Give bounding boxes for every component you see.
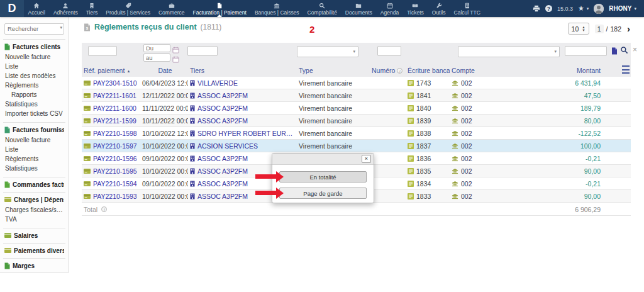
dialog-titlebar[interactable]: ×	[272, 154, 374, 165]
sidebar-item-r-glements[interactable]: Règlements	[4, 81, 64, 90]
payment-ref-link[interactable]: PAY2210-1598	[93, 130, 137, 137]
menu-item-tickets[interactable]: Tickets	[403, 0, 428, 17]
calendar-to-icon[interactable]	[172, 54, 179, 61]
sidebar-item-rapports[interactable]: Rapports	[4, 90, 64, 99]
bookmarks-star-icon[interactable]: ★	[578, 4, 584, 13]
bank-account-link[interactable]: 002	[461, 79, 472, 87]
search-icon[interactable]	[620, 45, 628, 57]
bank-account-link[interactable]: 002	[461, 180, 472, 188]
filter-tiers-input[interactable]	[187, 46, 218, 56]
menu-item-commerce[interactable]: Commerce	[154, 0, 189, 17]
sidebar-item-tva[interactable]: TVA	[4, 215, 64, 224]
menu-item-documents[interactable]: Documents	[341, 0, 376, 17]
bank-entry-link[interactable]: 1841	[416, 92, 431, 99]
bank-account-link[interactable]: 002	[461, 92, 472, 99]
sidebar-item-liste-des-mod-les[interactable]: Liste des modèles	[4, 71, 64, 81]
menu-item-facturation-paiement[interactable]: Facturation | Paiement	[189, 0, 250, 17]
bookmarks-chevron-icon[interactable]: ▾	[587, 6, 589, 11]
sidebar-item-liste[interactable]: Liste	[4, 62, 64, 71]
menu-item-banques-caisses[interactable]: Banques | Caisses	[250, 0, 303, 17]
bank-entry-link[interactable]: 1833	[416, 193, 431, 200]
clear-filters-icon[interactable]: ×	[633, 45, 637, 54]
sidebar-section-factures-fournisseur[interactable]: Factures fournisseur	[4, 126, 64, 133]
menu-item-tiers[interactable]: Tiers	[82, 0, 102, 17]
payment-ref-link[interactable]: PAY2210-1594	[93, 180, 137, 188]
column-header-r-f-paiement[interactable]: Réf. paiement▲	[82, 67, 140, 74]
payment-ref-link[interactable]: PAY2210-1593	[93, 193, 137, 200]
menu-item-calcul-ttc[interactable]: Calcul TTC	[450, 0, 484, 17]
payment-ref-link[interactable]: PAY2211-1600	[93, 104, 136, 112]
filter-numero-input[interactable]	[377, 46, 401, 56]
menu-item-produits-services[interactable]: Produits | Services	[102, 0, 155, 17]
close-icon[interactable]: ×	[362, 155, 371, 163]
column-header-date[interactable]: Date	[140, 67, 188, 74]
tiers-link[interactable]: ASSOC A3P2FM	[197, 117, 248, 125]
bank-entry-link[interactable]: 1838	[416, 130, 431, 137]
bank-account-link[interactable]: 002	[461, 104, 472, 112]
tiers-link[interactable]: ASSOC A3P2FM	[197, 104, 248, 112]
payment-ref-link[interactable]: PAY2304-1510	[93, 79, 137, 87]
column-selector-icon[interactable]	[622, 65, 630, 74]
column-header-montant[interactable]: Montant	[535, 67, 602, 74]
avatar[interactable]	[594, 4, 604, 14]
menu-item-adh-rents[interactable]: Adhérents	[49, 0, 82, 17]
column-header-criture-bancaire[interactable]: Écriture bancaire	[406, 67, 450, 74]
bank-entry-link[interactable]: 1840	[416, 104, 431, 112]
tiers-link[interactable]: ASSOC A3P2FM	[197, 180, 248, 188]
filter-ref-input[interactable]	[88, 46, 117, 56]
filter-date-to-input[interactable]	[143, 53, 170, 62]
sidebar-item-r-glements[interactable]: Règlements	[4, 154, 64, 164]
bank-account-link[interactable]: 002	[461, 155, 472, 162]
payment-ref-link[interactable]: PAY2211-1601	[93, 92, 136, 99]
tiers-link[interactable]: ASSOC A3P2FM	[197, 155, 248, 162]
bank-account-link[interactable]: 002	[461, 142, 472, 150]
dolibarr-logo[interactable]: D	[0, 0, 24, 17]
sidebar-item-importer-tickets-csv[interactable]: Importer tickets CSV	[4, 109, 64, 118]
bank-entry-link[interactable]: 1743	[416, 79, 431, 87]
payment-ref-link[interactable]: PAY2211-1599	[93, 117, 136, 125]
filter-montant-input[interactable]	[565, 46, 607, 56]
sidebar-section-commandes-factura[interactable]: Commandes factura...	[4, 181, 64, 188]
sidebar-item-charges-fiscales-sociales[interactable]: Charges fiscales/sociales	[4, 205, 64, 215]
filter-type-select[interactable]: ▾	[297, 46, 358, 57]
sidebar-section-salaires[interactable]: Salaires	[4, 232, 64, 239]
bank-entry-link[interactable]: 1836	[416, 155, 431, 162]
menu-item-agenda[interactable]: Agenda	[376, 0, 402, 17]
bank-account-link[interactable]: 002	[461, 167, 472, 175]
tiers-link[interactable]: ASSOC A3P2FM	[197, 193, 248, 200]
bank-entry-link[interactable]: 1839	[416, 117, 431, 125]
page-size-select[interactable]: 10 ▲▼	[568, 23, 589, 35]
filter-compte-select[interactable]: ▾	[458, 46, 560, 57]
tiers-link[interactable]: ASSOC A3P2FM	[197, 92, 248, 99]
column-header-tiers[interactable]: Tiers	[188, 67, 297, 74]
sidebar-item-nouvelle-facture[interactable]: Nouvelle facture	[4, 52, 64, 62]
sidebar-item-statistiques[interactable]: Statistiques	[4, 164, 64, 173]
payment-ref-link[interactable]: PAY2210-1597	[93, 142, 137, 150]
column-header-type[interactable]: Type	[297, 67, 370, 74]
menu-item-outils[interactable]: Outils	[428, 0, 450, 17]
en-totalite-button[interactable]: En totalité	[279, 171, 367, 182]
bank-account-link[interactable]: 002	[461, 117, 472, 125]
export-document-icon[interactable]	[611, 46, 618, 57]
calendar-from-icon[interactable]	[172, 45, 179, 52]
sidebar-section-charges-d-penses[interactable]: Charges | Dépenses...	[4, 196, 64, 203]
payment-ref-link[interactable]: PAY2210-1595	[93, 167, 137, 175]
tiers-link[interactable]: VILLAVERDE	[197, 79, 238, 87]
sidebar-item-nouvelle-facture[interactable]: Nouvelle facture	[4, 135, 64, 145]
menu-item-accueil[interactable]: Accueil	[24, 0, 49, 17]
column-header-num-ro[interactable]: Numéroi	[370, 67, 406, 74]
bank-account-link[interactable]: 002	[461, 193, 472, 200]
tiers-link[interactable]: ACSION SERVICES	[197, 142, 258, 150]
username-label[interactable]: RHONY	[609, 5, 631, 12]
tiers-link[interactable]: ASSOC A3P2FM	[197, 167, 248, 175]
bank-entry-link[interactable]: 1834	[416, 180, 431, 188]
sidebar-section-factures-clients[interactable]: Factures clients	[4, 43, 64, 50]
printer-icon[interactable]	[533, 5, 540, 13]
sidebar-section-paiements-divers[interactable]: Paiements divers	[4, 247, 64, 254]
current-page[interactable]: 1	[595, 25, 604, 33]
next-page-button[interactable]: ›	[627, 24, 630, 33]
user-menu-chevron-icon[interactable]: ▾	[634, 6, 636, 11]
sidebar-section-marges[interactable]: Marges	[4, 262, 64, 269]
bank-account-link[interactable]: 002	[461, 130, 472, 137]
bank-entry-link[interactable]: 1837	[416, 142, 431, 150]
